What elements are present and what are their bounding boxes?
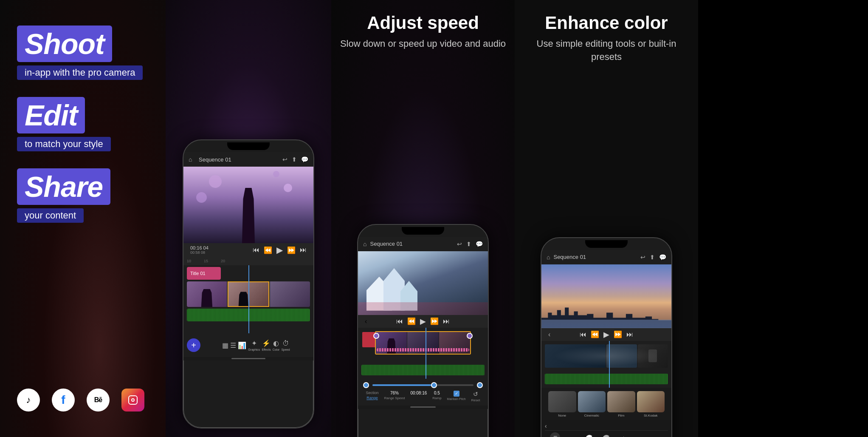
playhead-4 (609, 341, 610, 388)
phone-mockup-4-container: ⌂ Sequence 01 ↩ ⬆ 💬 (515, 72, 698, 437)
speed-slider-track[interactable] (372, 384, 473, 386)
step-fwd-4[interactable]: ⏩ (614, 330, 622, 338)
step-back-3[interactable]: ⏪ (407, 317, 416, 325)
range-label[interactable]: Range (366, 396, 378, 400)
toolbar-color-button[interactable]: ◐ Color (273, 339, 280, 351)
step-fwd-3[interactable]: ⏩ (430, 317, 439, 325)
current-time: 00:16 04 (190, 245, 209, 250)
toolbar-graphics-button[interactable]: ✦ Graphics (248, 339, 260, 351)
speed-slider-fill (372, 384, 433, 386)
skip-to-end-icon[interactable]: ⏭ (300, 246, 307, 254)
share-subheading: your content (17, 208, 84, 223)
app-topbar: ⌂ Sequence 01 ↩ ⬆ 💬 (183, 152, 313, 167)
comment-icon-4[interactable]: 💬 (659, 254, 666, 261)
handle-left[interactable] (373, 333, 379, 339)
app-toolbar: + ▦ ☰ 📊 ✦ Graphics (183, 333, 313, 357)
skip-end-4[interactable]: ⏭ (626, 331, 633, 338)
video-thumbnail-1 (187, 281, 227, 307)
adjust-more[interactable]: › Te (651, 435, 665, 437)
sequence-title-4: Sequence 01 (553, 254, 637, 260)
speed-icon: ⏱ (282, 340, 289, 347)
slider-handle-right[interactable] (477, 382, 483, 388)
undo-icon-4[interactable]: ↩ (640, 254, 645, 261)
toolbar-speed-button[interactable]: ⏱ Speed (281, 340, 290, 351)
behance-icon: Bē (87, 389, 110, 411)
exposure-icon (586, 435, 593, 437)
preset-kodak[interactable]: St.Kodak (637, 391, 665, 417)
panel-adjust-speed: Adjust speed Slow down or speed up video… (331, 0, 515, 437)
back-nav-4[interactable]: ‹ (548, 331, 555, 338)
home-indicator-3 (410, 406, 436, 408)
panel-shoot-edit-share: Shoot in-app with the pro camera Edit to… (0, 0, 166, 437)
handle-right[interactable] (467, 333, 473, 339)
back-arrow-icon[interactable]: ‹ (545, 423, 547, 429)
adjust-speed-title: Adjust speed (340, 13, 506, 33)
audio-track-4 (545, 374, 668, 384)
home-icon-3: ⌂ (363, 241, 366, 247)
adjust-presets[interactable]: ▦ Built-inPresets (548, 432, 562, 437)
app-topbar-4: ⌂ Sequence 01 ↩ ⬆ 💬 (541, 250, 671, 264)
adjust-contrast[interactable]: Contrast (600, 435, 613, 437)
speed-slider-thumb[interactable] (431, 382, 437, 388)
panel-enhance-color: Enhance color Use simple editing tools o… (515, 0, 698, 437)
toolbar-chart-icon[interactable]: 📊 (238, 341, 246, 349)
share-icon-3[interactable]: ⬆ (466, 241, 471, 247)
skip-to-start-icon[interactable]: ⏮ (253, 246, 259, 254)
speed-value: 76% (390, 391, 399, 395)
skip-start-3[interactable]: ⏮ (396, 318, 403, 325)
comment-icon[interactable]: 💬 (301, 156, 308, 163)
transport-4: ⏮ ⏪ ▶ ⏩ ⏭ (580, 330, 633, 339)
play-4[interactable]: ▶ (603, 330, 609, 339)
step-fwd-icon[interactable]: ⏩ (287, 246, 296, 254)
maintain-pitch-checkbox[interactable]: ✓ (454, 391, 459, 397)
adjust-shadows[interactable]: ◑ Shadows (634, 435, 647, 437)
shadows-icon: ◑ (637, 435, 645, 437)
title-track: Title 01 (187, 267, 221, 280)
comment-icon-3[interactable]: 💬 (476, 241, 483, 247)
topbar-icons-4: ↩ ⬆ 💬 (640, 254, 666, 261)
back-nav-3[interactable]: ‹ (365, 318, 372, 325)
skip-start-4[interactable]: ⏮ (580, 331, 586, 338)
reset-label[interactable]: Reset (471, 398, 480, 402)
audio-waveform-4 (545, 374, 668, 384)
step-back-4[interactable]: ⏪ (591, 330, 599, 338)
toolbar-effects-button[interactable]: ⚡ Effects (262, 339, 271, 351)
share-icon-4[interactable]: ⬆ (650, 254, 655, 261)
facebook-icon: f (52, 389, 75, 411)
adjust-exposure[interactable]: Exposure (583, 435, 596, 437)
effects-icon: ⚡ (262, 339, 271, 347)
toolbar-list-icon[interactable]: ☰ (230, 341, 236, 349)
preset-none[interactable]: None (548, 391, 576, 417)
undo-icon[interactable]: ↩ (282, 156, 287, 163)
phone3-inner: ⌂ Sequence 01 ↩ ⬆ 💬 (358, 225, 488, 409)
phone-notch-4 (585, 240, 628, 248)
add-button[interactable]: + (187, 338, 200, 352)
color-icon: ◐ (273, 339, 279, 347)
highlights-icon: ☀ (620, 435, 627, 437)
reset-icon[interactable]: ↺ (473, 391, 478, 397)
adjust-speed-body: Slow down or speed up video and audio (340, 37, 506, 51)
speed-labels-row: Section Range 76% Range Speed 00:08:16 0… (363, 391, 483, 402)
effects-label: Effects (262, 348, 271, 351)
preset-kodak-label: St.Kodak (644, 414, 657, 417)
adjust-highlights[interactable]: ☀ Highlights (617, 435, 630, 437)
phone-inner: ⌂ Sequence 01 ↩ ⬆ 💬 (183, 140, 313, 360)
notch-bar (183, 140, 313, 152)
notch-bar-4 (541, 238, 671, 250)
panel1-content: Shoot in-app with the pro camera Edit to… (0, 0, 166, 257)
toolbar-layout-icon[interactable]: ▦ (222, 341, 228, 349)
slider-handle-left[interactable] (363, 382, 369, 388)
preset-cinematic[interactable]: Cinematic (578, 391, 606, 417)
color-presets-section: None Cinematic Film St.Kodak (541, 388, 671, 420)
skip-end-3[interactable]: ⏭ (443, 318, 450, 325)
share-icon[interactable]: ⬆ (292, 156, 297, 163)
preset-film[interactable]: Film (607, 391, 635, 417)
preset-none-label: None (558, 414, 566, 417)
toolbar-tools: ▦ ☰ 📊 ✦ Graphics ⚡ (202, 339, 310, 351)
playhead-3 (426, 328, 426, 379)
play-3[interactable]: ▶ (420, 317, 426, 326)
play-icon[interactable]: ▶ (276, 245, 283, 255)
step-back-icon[interactable]: ⏪ (264, 246, 272, 254)
undo-icon-3[interactable]: ↩ (457, 241, 462, 247)
reset-item: ↺ Reset (471, 391, 480, 402)
